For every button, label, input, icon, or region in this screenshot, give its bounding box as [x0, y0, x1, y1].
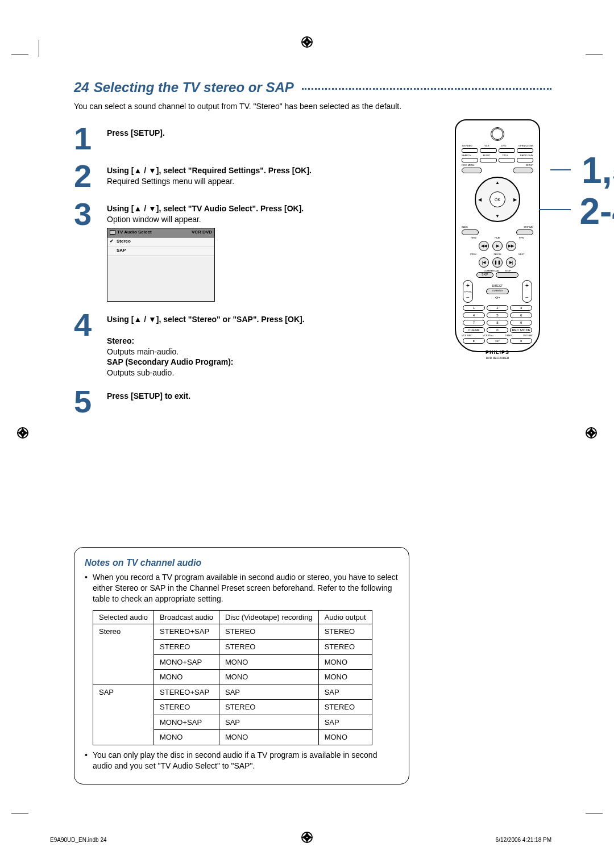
osd-option: Stereo: [117, 239, 131, 245]
step-bold: Using [▲ / ▼], select "Stereo" or "SAP".…: [107, 315, 305, 324]
step-number: 4: [74, 311, 98, 378]
section-number: 24: [74, 80, 89, 95]
callout-1-5: 1,5: [582, 152, 614, 189]
callout-2-4: 2-4: [580, 193, 615, 229]
label-row: PREV PAUSE NEXT: [462, 253, 533, 256]
cell: STEREO: [318, 639, 372, 654]
cell: MONO: [154, 730, 219, 745]
label: OPEN/CLOSE: [518, 144, 533, 147]
cell: MONO+SAP: [154, 715, 219, 730]
crop-tick: [11, 55, 28, 55]
remote-illustration: TV/VIDEO VCR DVD OPEN/CLOSE SEARCH AUDIO…: [455, 119, 540, 352]
label: SEARCH: [462, 154, 471, 157]
cell: Stereo: [93, 624, 154, 685]
osd-header: TV Audio Select VCR DVD: [107, 228, 214, 237]
ok-button: OK: [489, 191, 505, 207]
num-1: 1: [463, 305, 485, 311]
sap-desc: Outputs sub-audio.: [107, 368, 174, 377]
audio-table: Selected audio Broadcast audio Disc (Vid…: [93, 610, 372, 745]
num-8: 8: [487, 320, 509, 326]
cell: STEREO+SAP: [154, 624, 219, 640]
cell: SAP: [318, 685, 372, 700]
label: SETUP: [526, 164, 533, 166]
step-body: Press [SETUP].: [107, 124, 165, 153]
set-button: SET: [487, 338, 509, 344]
osd-option: SAP: [117, 248, 126, 254]
step-sub: Required Settings menu will appear.: [107, 177, 234, 186]
cell: MONO: [219, 670, 318, 685]
cell: MONO: [318, 654, 372, 670]
label: VCR: [484, 144, 489, 147]
registration-mark-right: [586, 427, 597, 441]
tv-vol-rocker: +TV VOL−: [463, 280, 473, 303]
step-bold: Using [▲ / ▼], select "TV Audio Select".…: [107, 204, 304, 213]
ffw-icon: ▶▶: [506, 241, 516, 251]
cell: MONO: [318, 670, 372, 685]
callout-line: [539, 209, 571, 210]
num-5: 5: [487, 312, 509, 318]
check-icon: ✔: [110, 239, 117, 245]
page-footer: E9A90UD_EN.indb 24 6/12/2006 4:21:18 PM: [0, 837, 614, 843]
label-row: BACK DISPLAY: [462, 226, 533, 228]
right-arrow-icon: ▶: [513, 197, 517, 202]
section-heading: Selecting the TV stereo or SAP: [94, 80, 294, 95]
osd-title-text: TV Audio Select: [117, 229, 152, 235]
num-4: 4: [463, 312, 485, 318]
cell: STEREO: [318, 700, 372, 715]
cell: STEREO: [318, 624, 372, 640]
label-row: VCR REC VCR Plus+ TIMER DVD REC: [462, 334, 533, 337]
label: PAUSE: [493, 253, 501, 256]
table-row: Stereo STEREO+SAP STEREO STEREO: [93, 624, 372, 640]
section-title: 24 Selecting the TV stereo or SAP: [74, 80, 551, 95]
sap-label: SAP (Secondary Audio Program):: [107, 357, 233, 366]
button-row: [462, 168, 533, 173]
label: DISC MENU: [462, 164, 474, 166]
next-icon: ▶|: [506, 257, 516, 268]
heading-dotted-rule: [302, 88, 551, 90]
manual-page: 24 Selecting the TV stereo or SAP You ca…: [0, 0, 614, 784]
footer-right: 6/12/2006 4:21:18 PM: [496, 837, 551, 843]
osd-mode: VCR DVD: [192, 229, 212, 236]
tv-icon: [110, 230, 115, 235]
transport-row: |◀ ❚❚ ▶|: [459, 257, 536, 268]
label: BACK: [462, 226, 468, 228]
crop-tick: [11, 813, 28, 813]
cell: MONO: [154, 670, 219, 685]
dubbing-button: DUBBING: [486, 289, 509, 294]
num-9: 9: [510, 320, 532, 326]
button-row: [462, 148, 533, 153]
brand-subtitle: DVD RECORDER: [459, 356, 536, 360]
col-header: Audio output: [318, 610, 372, 624]
transport-row: ◀◀ ▶ ▶▶: [459, 241, 536, 251]
cell: STEREO: [219, 700, 318, 715]
label: AUDIO: [483, 154, 491, 157]
crop-tick: [586, 55, 603, 55]
intro-text: You can select a sound channel to output…: [74, 101, 551, 112]
table-row: SAP STEREO+SAP SAP SAP: [93, 685, 372, 700]
cell: SAP: [318, 715, 372, 730]
power-button-icon: [491, 127, 504, 141]
left-arrow-icon: ◀: [478, 197, 482, 202]
num-7: 7: [463, 320, 485, 326]
down-arrow-icon: ▼: [495, 214, 500, 219]
label: TITLE: [502, 154, 508, 157]
button-row: CLEAR 0 REC MODE: [463, 327, 532, 333]
dubbing-area: DIRECT DUBBING •⟳•: [475, 284, 520, 299]
label: TV/VIDEO: [462, 144, 472, 147]
notes-title: Notes on TV channel audio: [85, 557, 399, 569]
num-6: 6: [510, 312, 532, 318]
label: DIRECT: [492, 284, 503, 287]
osd-row: ✔ Stereo: [107, 237, 214, 247]
label: VCR REC: [462, 334, 472, 337]
button-row: [462, 158, 533, 162]
label: VCR Plus+: [483, 334, 494, 337]
ch-vol-rocker: +−: [522, 280, 532, 303]
cell: STEREO: [154, 700, 219, 715]
notes-box: Notes on TV channel audio When you recor…: [74, 547, 409, 784]
crop-tick: [39, 40, 39, 57]
rew-icon: ◀◀: [479, 241, 489, 251]
label: NEXT: [518, 253, 525, 256]
cell: MONO+SAP: [154, 654, 219, 670]
table-body: Stereo STEREO+SAP STEREO STEREO STEREO S…: [93, 624, 372, 745]
step-bold: Press [SETUP] to exit.: [107, 391, 190, 400]
